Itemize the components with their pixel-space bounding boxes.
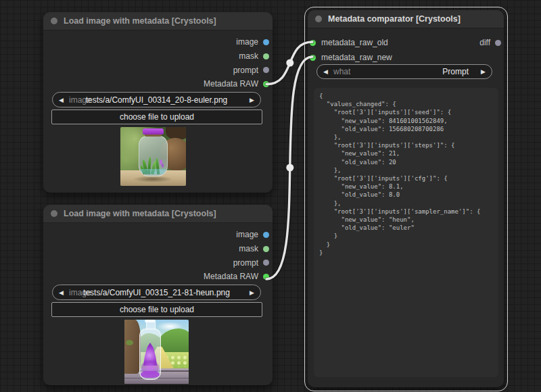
output-dot-metadata-raw[interactable]: [263, 81, 269, 87]
slot-label: prompt: [233, 66, 258, 75]
output-slot-image: image: [43, 35, 273, 49]
preview-art-rock: [124, 320, 141, 374]
node-title: Load image with metadata [Crystools]: [64, 209, 216, 218]
slot-label: image: [236, 230, 258, 239]
output-dot-metadata-raw[interactable]: [263, 274, 269, 280]
image-preview-jar: [120, 127, 186, 186]
combo-value: Prompt: [335, 67, 469, 76]
node-title: Load image with metadata [Crystools]: [64, 16, 216, 26]
input-slot-metadata-raw-old: metadata_raw_old: [308, 35, 504, 50]
output-slot-mask: mask: [43, 242, 273, 256]
combo-prev-icon[interactable]: ◀: [59, 289, 64, 295]
wire-shadow: [266, 57, 312, 279]
node-collapse-dot[interactable]: [51, 210, 57, 217]
comfyui-canvas[interactable]: Load image with metadata [Crystools] ima…: [0, 0, 541, 392]
output-dot-diff[interactable]: [495, 40, 501, 46]
node-load-image-new[interactable]: Load image with metadata [Crystools] ima…: [43, 205, 273, 385]
wire-midpoint-dot[interactable]: [286, 164, 293, 172]
wire-metadata-raw-new[interactable]: [266, 57, 312, 279]
slot-label: mask: [239, 51, 258, 61]
diff-json-text: { "values_changed": { "root['3']['inputs…: [319, 92, 493, 257]
preview-art-flower: [162, 164, 164, 168]
input-slots: metadata_raw_old metadata_raw_new: [308, 35, 504, 65]
output-dot-prompt[interactable]: [263, 260, 269, 266]
node-collapse-dot[interactable]: [315, 16, 322, 22]
slot-label: diff: [479, 38, 490, 47]
output-dot-mask[interactable]: [263, 53, 269, 59]
diff-json-textarea[interactable]: { "values_changed": { "root['3']['inputs…: [314, 88, 498, 377]
preview-art-bottle-neck: [146, 322, 156, 330]
preview-art-moss: [126, 340, 133, 345]
preview-art-bottle-rim: [145, 320, 156, 322]
output-dot-image[interactable]: [263, 232, 269, 238]
wire-shadow: [266, 42, 312, 84]
what-combo-widget[interactable]: ◀ what Prompt ▶: [316, 64, 492, 79]
image-combo-widget[interactable]: ◀ image tests/a/ComfyUI_00314_20-8-euler…: [52, 92, 261, 107]
output-slots: image mask prompt Metadata RAW: [43, 228, 273, 284]
choose-file-button[interactable]: choose file to upload: [51, 302, 262, 317]
slot-label: metadata_raw_old: [321, 38, 388, 47]
preview-art-jar-lid: [143, 128, 164, 134]
output-slots: image mask prompt Metadata RAW: [43, 35, 273, 91]
output-dot-prompt[interactable]: [263, 67, 269, 73]
combo-value: tests/a/ComfyUI_00315_21-81-heun.png: [70, 288, 243, 297]
choose-file-button[interactable]: choose file to upload: [51, 109, 262, 124]
combo-prev-icon[interactable]: ◀: [323, 69, 328, 75]
wire-metadata-raw-old[interactable]: [266, 42, 312, 84]
combo-next-icon[interactable]: ▶: [481, 69, 486, 75]
output-slot-image: image: [43, 228, 273, 242]
slot-label: Metadata RAW: [204, 79, 258, 89]
combo-next-icon[interactable]: ▶: [250, 289, 254, 295]
output-slot-prompt: prompt: [43, 255, 273, 270]
image-preview-bottle: [124, 320, 189, 384]
output-slot-metadata-raw: Metadata RAW: [43, 77, 273, 91]
slot-label: Metadata RAW: [204, 272, 258, 281]
node-collapse-dot[interactable]: [51, 18, 57, 24]
input-slot-metadata-raw-new: metadata_raw_new: [308, 50, 504, 65]
combo-next-icon[interactable]: ▶: [250, 97, 254, 103]
node-title: Metadata comparator [Crystools]: [328, 14, 461, 24]
output-dot-mask[interactable]: [263, 246, 269, 252]
combo-prev-icon[interactable]: ◀: [59, 97, 64, 103]
slot-label: image: [236, 37, 258, 47]
output-slot-diff: diff: [479, 35, 501, 50]
output-slot-metadata-raw: Metadata RAW: [43, 270, 273, 284]
preview-art-pool: [141, 371, 160, 378]
preview-art-water: [141, 169, 166, 174]
preview-art-shadow: [133, 176, 173, 182]
input-dot-metadata-raw-old[interactable]: [310, 40, 316, 46]
node-header[interactable]: Metadata comparator [Crystools]: [308, 10, 504, 28]
output-slot-prompt: prompt: [43, 63, 273, 77]
node-metadata-comparator[interactable]: Metadata comparator [Crystools] metadata…: [308, 10, 504, 387]
slot-label: metadata_raw_new: [321, 53, 392, 62]
output-dot-image[interactable]: [263, 39, 269, 45]
image-combo-widget[interactable]: ◀ image tests/a/ComfyUI_00315_21-81-heun…: [52, 285, 261, 300]
node-load-image-old[interactable]: Load image with metadata [Crystools] ima…: [43, 12, 273, 193]
output-slot-mask: mask: [43, 49, 273, 64]
node-header[interactable]: Load image with metadata [Crystools]: [43, 12, 273, 30]
input-dot-metadata-raw-new[interactable]: [310, 55, 316, 61]
combo-value: tests/a/ComfyUI_00314_20-8-euler.png: [70, 95, 243, 105]
node-header[interactable]: Load image with metadata [Crystools]: [43, 205, 273, 223]
slot-label: prompt: [233, 258, 258, 268]
slot-label: mask: [239, 244, 258, 253]
wire-midpoint-dot[interactable]: [286, 59, 293, 67]
